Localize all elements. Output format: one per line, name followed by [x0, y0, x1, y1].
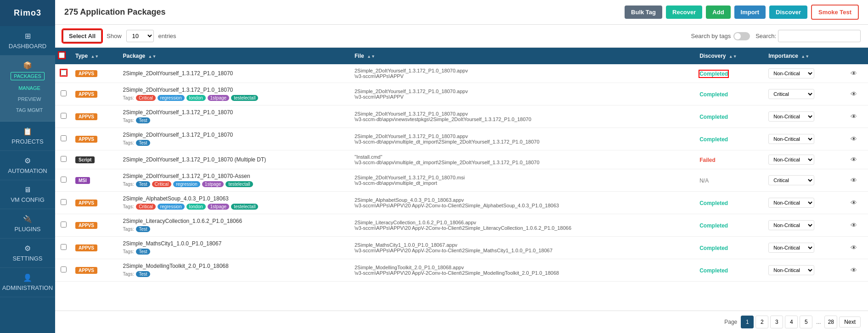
sidebar-subitem-manage[interactable]: MANAGE	[2, 83, 53, 94]
importance-select[interactable]: Non-CriticalCriticalStandard UserHigh	[768, 68, 814, 78]
page-btn-2[interactable]: 2	[755, 316, 768, 328]
tag-pill: london	[186, 95, 206, 101]
bulk-tag-button[interactable]: Bulk Tag	[625, 6, 662, 19]
row-package-cell: 2Simple_2DoItYourself_1.3.172_P1.0_18070…	[119, 83, 351, 105]
view-button[interactable]: 👁	[851, 70, 857, 77]
page-title: 275 Application Packages	[64, 7, 165, 17]
importance-select[interactable]: Non-CriticalCriticalStandard UserHigh	[768, 265, 814, 275]
search-input[interactable]	[778, 30, 861, 42]
package-name: 2Simple_ModellingToolkit_2.0_P1.0_18068	[123, 263, 347, 269]
page-btn-28[interactable]: 28	[824, 316, 837, 328]
row-package-cell: 2Simple_2DoItYourself_1.3.172_P1.0_18070	[119, 64, 351, 83]
sidebar-item-packages[interactable]: 📦 PACKAGES MANAGE PREVIEW TAG MGMT	[0, 56, 55, 122]
view-button[interactable]: 👁	[851, 177, 857, 184]
view-button[interactable]: 👁	[851, 90, 857, 98]
tag-pill: testelectall	[231, 95, 258, 101]
importance-select[interactable]: Non-CriticalCriticalStandard UserHigh	[768, 198, 814, 208]
search-box: Search:	[755, 30, 861, 42]
search-label: Search:	[755, 33, 776, 39]
row-checkbox-cell	[55, 83, 72, 105]
package-name: 2Simple_AlphabetSoup_4.0.3_P1.0_18063	[123, 195, 347, 202]
view-button[interactable]: 👁	[851, 266, 857, 274]
file-path-line2: \v3-sccm\APPs\APPV\20 AppV-2Conv-to-Clie…	[355, 248, 692, 253]
file-path-line2: \v3-sccm\APPs\APPV\20 AppV-2Conv-to-Clie…	[355, 225, 692, 231]
row-type-cell: Script	[72, 150, 119, 169]
row-checkbox[interactable]	[61, 156, 67, 162]
header-checkbox[interactable]	[59, 52, 65, 58]
row-checkbox[interactable]	[61, 244, 67, 250]
view-button[interactable]: 👁	[851, 135, 857, 143]
view-button[interactable]: 👁	[851, 222, 857, 229]
sidebar-item-settings[interactable]: ⚙ SETTINGS	[0, 239, 55, 268]
row-type-cell: APPVS	[72, 192, 119, 214]
select-all-button[interactable]: Select All	[62, 29, 102, 43]
row-checkbox[interactable]	[61, 266, 67, 272]
row-checkbox-cell	[55, 214, 72, 237]
search-by-tags-toggle[interactable]	[733, 32, 750, 40]
view-button[interactable]: 👁	[851, 199, 857, 206]
row-importance-cell: Non-CriticalCriticalStandard UserHigh	[765, 237, 847, 259]
row-checkbox[interactable]	[61, 135, 67, 141]
sort-icon-package: ▲▼	[148, 54, 157, 59]
row-file-cell: 2Simple_AlphabetSoup_4.0.3_P1.0_18063.ap…	[351, 192, 696, 214]
view-button[interactable]: 👁	[851, 156, 857, 163]
smoke-test-button[interactable]: Smoke Test	[811, 5, 859, 20]
row-checkbox[interactable]	[61, 199, 67, 205]
sidebar-item-vm-config[interactable]: 🖥 VM CONFIG	[0, 180, 55, 209]
row-discovery-cell: Completed	[696, 237, 765, 259]
table-row: MSI2Simple_2DoItYourself_1.3.172_P1.0_18…	[55, 169, 868, 192]
row-checkbox[interactable]	[61, 90, 67, 96]
type-badge: APPVS	[75, 244, 97, 251]
importance-select[interactable]: Non-CriticalCriticalStandard UserHigh	[768, 111, 814, 122]
importance-select[interactable]: Non-CriticalCriticalStandard UserHigh	[768, 89, 814, 99]
page-next-button[interactable]: Next	[839, 316, 861, 327]
entries-select[interactable]: 10 5 25 50 100	[126, 30, 154, 42]
sidebar-nav: ⊞ DASHBOARD 📦 PACKAGES MANAGE PREVIEW TA…	[0, 26, 55, 297]
sidebar-subitem-preview[interactable]: PREVIEW	[2, 94, 53, 105]
page-btn-5[interactable]: 5	[800, 316, 812, 328]
add-button[interactable]: Add	[706, 6, 730, 19]
page-ellipsis: ...	[814, 319, 823, 325]
tag-pill: Critical	[152, 181, 172, 187]
search-by-tags: Search by tags	[691, 32, 750, 40]
importance-select[interactable]: Non-CriticalCriticalStandard UserHigh	[768, 243, 814, 253]
file-path-line1: 2Simple_MathsCity1_1.0.0_P1.0_18067.appv	[355, 242, 692, 248]
sidebar-item-label: AUTOMATION	[8, 167, 47, 174]
tag-pill: Test	[136, 117, 150, 123]
row-checkbox[interactable]	[61, 70, 67, 76]
view-button[interactable]: 👁	[851, 244, 857, 251]
discover-button[interactable]: Discover	[769, 6, 807, 19]
importance-select[interactable]: Non-CriticalCriticalStandard UserHigh	[768, 155, 814, 165]
view-button[interactable]: 👁	[851, 113, 857, 120]
sidebar-item-dashboard[interactable]: ⊞ DASHBOARD	[0, 26, 55, 56]
row-actions-cell: 👁	[847, 237, 868, 259]
importance-select[interactable]: Non-CriticalCriticalStandard UserHigh	[768, 175, 814, 185]
importance-select[interactable]: Non-CriticalCriticalStandard UserHigh	[768, 220, 814, 230]
importance-select[interactable]: Non-CriticalCriticalStandard UserHigh	[768, 134, 814, 144]
row-package-cell: 2Simple_2DoItYourself_1.3.172_P1.0_18070…	[119, 105, 351, 128]
page-btn-4[interactable]: 4	[785, 316, 798, 328]
package-name: 2Simple_LiteracyCollection_1.0.6.2_P1.0_…	[123, 218, 347, 224]
header-actions: Bulk Tag Recover Add Import Discover Smo…	[625, 5, 859, 20]
sidebar-item-plugins[interactable]: 🔌 PLUGINS	[0, 209, 55, 239]
row-checkbox[interactable]	[61, 113, 67, 119]
sidebar-item-projects[interactable]: 📋 PROJECTS	[0, 122, 55, 151]
sidebar-item-administration[interactable]: 👤 ADMINISTRATION	[0, 268, 55, 297]
tag-pill: Test	[136, 181, 150, 187]
page-btn-3[interactable]: 3	[770, 316, 783, 328]
file-path-line2: \v3-sccm\APPs\APPV	[355, 94, 692, 100]
row-file-cell: "Install.cmd"\v3-sccm-db\appv\multiple_d…	[351, 150, 696, 169]
recover-button[interactable]: Recover	[666, 6, 702, 19]
page-btn-1[interactable]: 1	[741, 316, 754, 328]
row-importance-cell: Non-CriticalCriticalStandard UserHigh	[765, 192, 847, 214]
tag-pill: Test	[136, 140, 150, 146]
row-package-cell: 2Simple_AlphabetSoup_4.0.3_P1.0_18063Tag…	[119, 192, 351, 214]
sidebar-subitem-tagmgmt[interactable]: TAG MGMT	[2, 105, 53, 116]
import-button[interactable]: Import	[734, 6, 766, 19]
row-checkbox[interactable]	[61, 222, 67, 228]
row-checkbox[interactable]	[61, 177, 67, 183]
type-badge: APPVS	[75, 267, 97, 274]
sidebar-item-automation[interactable]: ⚙ AUTOMATION	[0, 151, 55, 180]
tag-pill: 1stpage	[208, 204, 230, 210]
package-tags: Tags: Test	[123, 225, 347, 233]
